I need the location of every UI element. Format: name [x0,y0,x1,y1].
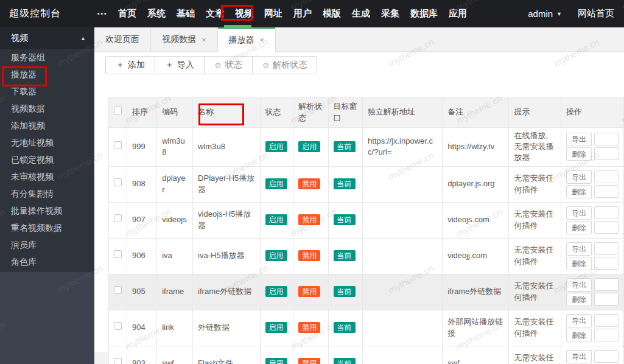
nav-item-7[interactable]: 用户 [292,5,313,22]
sidebar-item-7[interactable]: 已锁定视频 [0,152,94,169]
row-checkbox[interactable] [114,286,122,294]
sidebar-section-video[interactable]: 视频 ▲ [0,27,94,49]
row-checkbox[interactable] [114,141,122,149]
cutoff-button[interactable] [594,350,619,363]
export-button[interactable]: 导出 [566,314,592,327]
nav-item-3[interactable]: 基础 [175,5,196,22]
sidebar-item-4[interactable]: 视频数据 [0,100,94,117]
nav-item-12[interactable]: 应用 [447,5,468,22]
delete-button[interactable]: 删除 [566,329,592,342]
status-badge: 启用 [265,141,287,152]
row-checkbox-cell [109,202,127,238]
delete-button[interactable]: 删除 [566,221,592,234]
cell-status: 启用 [260,238,293,274]
cutoff-button[interactable] [594,314,619,327]
column-header-2[interactable]: 编码 [157,97,193,128]
cutoff-button[interactable] [594,329,619,341]
sidebar-item-10[interactable]: 批量操作视频 [0,203,94,220]
column-header-10[interactable]: 操作 [561,97,623,128]
nav-item-1[interactable]: 首页 [117,5,138,22]
nav-item-10[interactable]: 采集 [380,5,401,22]
sidebar-item-1[interactable]: 服务器组 [0,49,94,66]
cutoff-button[interactable] [594,170,619,183]
delete-button[interactable]: 删除 [566,185,592,198]
row-checkbox[interactable] [114,322,122,330]
user-menu[interactable]: admin ▼ [528,9,562,19]
column-header-4[interactable]: 状态 [260,97,293,128]
sidebar-item-11[interactable]: 重名视频数据 [0,220,94,237]
tab-1[interactable]: 欢迎页面 [94,27,151,52]
status-badge: 禁用 [298,250,320,261]
row-checkbox[interactable] [114,214,122,222]
sidebar-item-5[interactable]: 添加视频 [0,117,94,135]
cutoff-button[interactable] [594,257,619,270]
nav-item-4[interactable]: 文章 [205,5,225,22]
cell-parse-url: https://jx.inpower.cc/?url= [363,128,443,167]
export-button[interactable]: 导出 [566,133,592,146]
export-button[interactable]: 导出 [566,170,592,184]
toolbar-button-3[interactable]: ⚙状态 [205,56,253,74]
sidebar-item-8[interactable]: 未审核视频 [0,169,94,186]
export-button[interactable]: 导出 [566,242,592,256]
cutoff-button[interactable] [594,293,619,306]
close-icon[interactable]: × [202,35,206,44]
toolbar-button-4[interactable]: ⚙解析状态 [253,56,318,74]
cell-code: link [157,310,193,346]
delete-button[interactable]: 删除 [566,293,592,306]
toolbar-button-1[interactable]: ＋添加 [105,56,155,74]
cutoff-button[interactable] [594,133,619,145]
toolbar-button-2[interactable]: ＋导入 [155,56,205,74]
delete-button[interactable]: 删除 [566,147,592,161]
cell-sort: 907 [127,202,157,238]
select-all-checkbox[interactable] [114,107,122,114]
cutoff-button[interactable] [594,206,619,219]
cell-name: iframe外链数据 [193,274,260,310]
sidebar-item-2-current[interactable]: 播放器 [0,66,94,83]
status-badge: 当前 [334,286,356,297]
sidebar-item-3[interactable]: 下载器 [0,83,94,100]
nav-item-2[interactable]: 系统 [146,5,167,22]
row-checkbox[interactable] [114,358,122,364]
cutoff-button[interactable] [594,278,619,291]
column-header-9[interactable]: 提示 [509,97,561,128]
column-header-5[interactable]: 解析状态 [293,97,328,128]
nav-more-icon[interactable]: ⋯ [91,8,112,19]
nav-item-5-active[interactable]: 视频 [234,5,254,22]
cutoff-button[interactable] [594,147,619,160]
cell-target-window: 当前 [328,310,362,346]
export-button[interactable]: 导出 [566,350,592,363]
sidebar-item-9[interactable]: 有分集剧情 [0,186,94,203]
export-button[interactable]: 导出 [566,278,592,292]
site-home-link[interactable]: 网站首页 [578,8,614,19]
cell-remark: videojs.com [443,202,509,238]
delete-button[interactable]: 删除 [566,257,592,270]
cutoff-button[interactable] [594,185,619,198]
close-icon[interactable]: × [260,35,265,44]
column-header-8[interactable]: 备注 [443,97,509,128]
cutoff-button[interactable] [594,242,619,255]
sidebar-item-12[interactable]: 演员库 [0,237,94,254]
status-badge: 当前 [334,250,356,261]
tab-2[interactable]: 视频数据× [151,27,218,52]
nav-item-8[interactable]: 模版 [321,5,342,22]
column-header-1[interactable]: 排序 [127,97,157,128]
sidebar-item-6[interactable]: 无地址视频 [0,135,94,152]
nav-item-9[interactable]: 生成 [351,5,371,22]
status-badge: 禁用 [298,322,320,333]
row-checkbox[interactable] [114,178,122,186]
row-checkbox[interactable] [114,250,122,258]
column-header-6[interactable]: 目标窗口 [328,97,362,128]
cutoff-button[interactable] [594,221,619,234]
sidebar-item-13[interactable]: 角色库 [0,254,94,271]
column-header-7[interactable]: 独立解析地址 [363,97,443,128]
row-checkbox-cell [109,310,127,346]
table-head: 排序编码名称状态解析状态目标窗口独立解析地址备注提示操作 [109,97,624,128]
nav-item-11[interactable]: 数据库 [409,5,439,22]
cell-code: iframe [157,274,193,310]
table-row: 999wlm3u8wlm3u8启用启用当前https://jx.inpower.… [109,128,624,167]
nav-item-6[interactable]: 网址 [263,5,284,22]
action-line: 删除 [566,185,619,198]
export-button[interactable]: 导出 [566,206,592,220]
tab-3-active[interactable]: 播放器× [218,27,276,52]
column-header-3[interactable]: 名称 [193,97,260,128]
